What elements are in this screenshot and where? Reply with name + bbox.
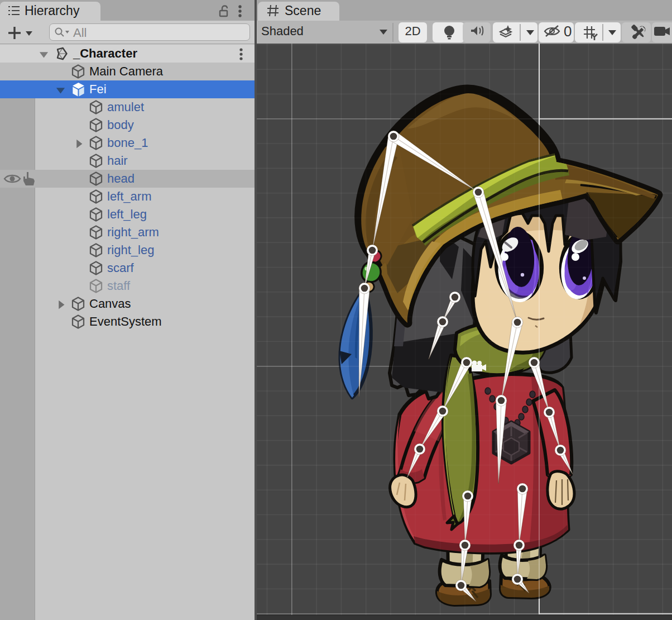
svg-text:0: 0 <box>564 23 572 40</box>
